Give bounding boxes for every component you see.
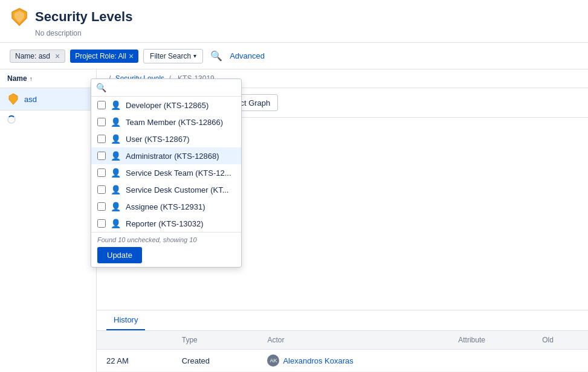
main-content: Name ↑ asd / Security Levels / KTS-13019 [0,69,588,372]
col-actor: Actor [257,331,448,350]
user-icon-service-desk-customer: 👤 [111,185,121,194]
dropdown-item-team-member[interactable]: 👤 Team Member (KTS-12866) [91,114,241,130]
col-attribute: Attribute [448,331,532,350]
tab-history[interactable]: History [106,310,145,330]
history-tabs: History [97,310,588,331]
dropdown-footer: Found 10 unchecked, showing 10 Update [91,232,241,267]
header-title-row: Security Levels [10,7,578,27]
toolbar: Name: asd × Project Role: All × Filter S… [0,43,588,69]
label-administrator: Administrator (KTS-12868) [126,152,219,161]
label-assignee: Assignee (KTS-12931) [126,202,205,211]
avatar: AK [267,354,279,367]
dropdown-item-assignee[interactable]: 👤 Assignee (KTS-12931) [91,198,241,215]
history-table: Type Actor Attribute Old 22 AM Created [97,331,588,372]
label-service-desk-team: Service Desk Team (KTS-12... [126,168,231,178]
svg-marker-2 [9,94,18,104]
name-column-label: Name [7,74,27,83]
dropdown-list: 👤 Developer (KTS-12865) 👤 Team Member (K… [91,97,241,232]
cell-type: Created [172,350,258,372]
search-button[interactable]: 🔍 [208,48,225,64]
filter-name-close[interactable]: × [55,52,60,60]
checkbox-service-desk-team[interactable] [97,168,106,177]
checkbox-administrator[interactable] [97,152,106,160]
table-row: 22 AM Created AK Alexandros Koxaras [97,350,588,372]
cell-actor: AK Alexandros Koxaras [257,350,448,372]
checkbox-developer[interactable] [97,101,106,109]
actor-cell: AK Alexandros Koxaras [267,354,439,367]
dropdown-search-input[interactable] [109,83,236,92]
dropdown-item-reporter[interactable]: 👤 Reporter (KTS-13032) [91,215,241,232]
filter-search-button[interactable]: Filter Search ▾ [143,49,203,63]
dropdown-item-service-desk-customer[interactable]: 👤 Service Desk Customer (KT... [91,181,241,198]
label-service-desk-customer: Service Desk Customer (KT... [126,185,229,194]
filter-role-label: Project Role: All [75,52,126,60]
filter-search-arrow: ▾ [193,53,196,59]
history-section: History Type Actor Attribute Old [97,310,588,372]
cell-attribute [448,350,532,372]
page-title: Security Levels [35,9,132,25]
filter-name-label: Name: asd [15,52,50,60]
checkbox-team-member[interactable] [97,118,106,126]
user-icon-developer: 👤 [111,100,121,110]
header: Security Levels No description [0,0,588,43]
project-role-dropdown: 🔍 👤 Developer (KTS-12865) 👤 Team Member … [91,79,242,268]
dropdown-search-icon: 🔍 [96,83,106,92]
checkbox-reporter[interactable] [97,219,106,228]
col-old: Old [532,331,588,350]
filter-name-tag[interactable]: Name: asd × [10,50,65,63]
label-team-member: Team Member (KTS-12866) [126,118,223,127]
dropdown-search-box: 🔍 [91,79,241,97]
list-item[interactable]: asd [0,88,96,111]
cell-old [532,350,588,372]
loading-indicator [0,111,96,129]
label-user: User (KTS-12867) [126,135,189,144]
left-panel-header: Name ↑ [0,69,96,88]
advanced-link[interactable]: Advanced [230,51,265,60]
dropdown-item-user[interactable]: 👤 User (KTS-12867) [91,130,241,147]
dropdown-footer-text: Found 10 unchecked, showing 10 [97,236,235,243]
user-icon-team-member: 👤 [111,117,121,127]
app-container: Security Levels No description Name: asd… [0,0,588,372]
checkbox-service-desk-customer[interactable] [97,185,106,194]
spinner-icon [7,115,16,124]
checkbox-user[interactable] [97,135,106,143]
dropdown-item-developer[interactable]: 👤 Developer (KTS-12865) [91,97,241,114]
item-shield-icon [7,93,19,105]
update-button[interactable]: Update [97,247,142,263]
dropdown-item-service-desk-team[interactable]: 👤 Service Desk Team (KTS-12... [91,164,241,181]
col-timestamp [97,331,172,350]
security-levels-icon [10,7,29,27]
cell-timestamp: 22 AM [97,350,172,372]
left-panel: Name ↑ asd [0,69,97,372]
label-reporter: Reporter (KTS-13032) [126,219,204,228]
checkbox-assignee[interactable] [97,202,106,211]
user-icon-user: 👤 [111,134,121,144]
filter-search-label: Filter Search [150,52,191,60]
user-icon-assignee: 👤 [111,202,121,211]
header-description: No description [35,29,578,37]
label-developer: Developer (KTS-12865) [126,101,208,110]
actor-name[interactable]: Alexandros Koxaras [283,356,353,365]
user-icon-administrator: 👤 [111,151,121,161]
filter-role-close[interactable]: × [129,51,134,61]
dropdown-item-administrator[interactable]: 👤 Administrator (KTS-12868) [91,147,241,164]
filter-role-tag[interactable]: Project Role: All × [70,50,138,63]
col-type: Type [172,331,258,350]
user-icon-service-desk-team: 👤 [111,168,121,178]
user-icon-reporter: 👤 [111,219,121,228]
item-name: asd [24,95,37,104]
sort-icon: ↑ [30,75,33,82]
